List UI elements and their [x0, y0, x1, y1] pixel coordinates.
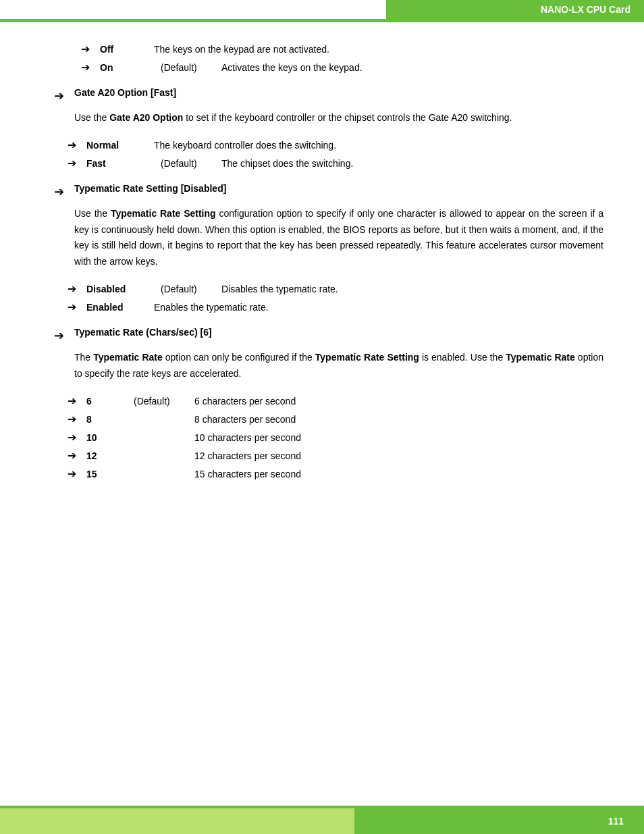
- chars-body-text-the: The: [74, 352, 93, 363]
- footer: 111: [0, 808, 644, 834]
- fast-arrow-icon: ➔: [68, 157, 86, 170]
- typematic-rate-setting-title: Typematic Rate Setting [Disabled]: [74, 183, 226, 194]
- on-item-row: ➔ On (Default) Activates the keys on the…: [81, 61, 603, 74]
- enabled-arrow-icon: ➔: [68, 301, 86, 313]
- disabled-item-desc: Disables the typematic rate.: [221, 284, 338, 294]
- chars-body-bold1: Typematic Rate: [93, 352, 163, 363]
- gate-a20-title-row: ➔ Gate A20 Option [Fast]: [54, 87, 603, 103]
- chars-8-arrow-icon: ➔: [68, 413, 86, 425]
- chars-12-desc: 12 characters per second: [194, 450, 301, 461]
- chars-10-desc: 10 characters per second: [194, 432, 301, 443]
- typematic-setting-arrow-icon: ➔: [54, 184, 74, 199]
- chars-6-default: (Default): [134, 396, 188, 407]
- chars-body-bold3: Typematic Rate: [506, 352, 575, 363]
- gate-a20-body-intro: Use the: [74, 112, 109, 123]
- chars-8-row: ➔ 8 8 characters per second: [68, 413, 603, 425]
- off-on-block: ➔ Off The keys on the keypad are not act…: [68, 43, 603, 74]
- gate-a20-title: Gate A20 Option [Fast]: [74, 87, 176, 98]
- fast-item-default: (Default): [161, 158, 215, 169]
- enabled-item-name: Enabled: [86, 302, 154, 313]
- chars-body-text1: option can only be configured if the: [163, 352, 315, 363]
- off-item-name: Off: [100, 44, 154, 55]
- chars-15-row: ➔ 15 15 characters per second: [68, 467, 603, 480]
- chars-10-arrow-icon: ➔: [68, 431, 86, 444]
- gate-a20-body-bold: Gate A20 Option: [109, 112, 183, 123]
- typematic-body-bold: Typematic Rate Setting: [111, 208, 216, 219]
- main-content: ➔ Off The keys on the keypad are not act…: [0, 22, 644, 799]
- chars-10-name: 10: [86, 432, 127, 443]
- chars-6-desc: 6 characters per second: [194, 396, 296, 407]
- typematic-rate-chars-section: ➔ Typematic Rate (Chars/sec) [6] The Typ…: [54, 327, 603, 480]
- chars-15-desc: 15 characters per second: [194, 469, 301, 479]
- chars-6-row: ➔ 6 (Default) 6 characters per second: [68, 394, 603, 407]
- footer-container: 111: [0, 806, 644, 834]
- typematic-chars-arrow-icon: ➔: [54, 328, 74, 343]
- chars-6-arrow-icon: ➔: [68, 394, 86, 407]
- typematic-rate-setting-section: ➔ Typematic Rate Setting [Disabled] Use …: [54, 183, 603, 313]
- normal-item-desc: The keyboard controller does the switchi…: [154, 140, 336, 151]
- chars-12-name: 12: [86, 450, 127, 461]
- typematic-body-text1: Use the: [74, 208, 111, 219]
- chars-10-row: ➔ 10 10 characters per second: [68, 431, 603, 444]
- header-title: NANO-LX CPU Card: [541, 4, 630, 15]
- normal-arrow-icon: ➔: [68, 138, 86, 151]
- fast-item-desc: The chipset does the switching.: [221, 158, 353, 169]
- disabled-item-default: (Default): [161, 284, 215, 294]
- typematic-rate-chars-items: ➔ 6 (Default) 6 characters per second ➔ …: [54, 394, 603, 480]
- gate-normal-row: ➔ Normal The keyboard controller does th…: [68, 138, 603, 151]
- chars-8-desc: 8 characters per second: [194, 414, 296, 425]
- on-arrow-icon: ➔: [81, 61, 100, 74]
- typematic-rate-chars-body: The Typematic Rate option can only be co…: [74, 350, 603, 382]
- chars-12-arrow-icon: ➔: [68, 449, 86, 462]
- enabled-item-desc: Enables the typematic rate.: [154, 302, 269, 313]
- gate-a20-body: Use the Gate A20 Option to set if the ke…: [74, 110, 603, 126]
- gate-a20-section: ➔ Gate A20 Option [Fast] Use the Gate A2…: [54, 87, 603, 170]
- normal-item-name: Normal: [86, 140, 154, 151]
- chars-12-row: ➔ 12 12 characters per second: [68, 449, 603, 462]
- off-item-desc: The keys on the keypad are not activated…: [154, 44, 329, 55]
- chars-body-bold2: Typematic Rate Setting: [315, 352, 419, 363]
- disabled-row: ➔ Disabled (Default) Disables the typema…: [68, 282, 603, 295]
- typematic-rate-setting-body: Use the Typematic Rate Setting configura…: [74, 206, 603, 270]
- disabled-item-name: Disabled: [86, 284, 154, 294]
- gate-a20-arrow-icon: ➔: [54, 88, 74, 103]
- chars-15-name: 15: [86, 469, 127, 479]
- typematic-rate-chars-title: Typematic Rate (Chars/sec) [6]: [74, 327, 212, 338]
- chars-6-name: 6: [86, 396, 127, 407]
- on-item-desc: Activates the keys on the keypad.: [221, 62, 363, 73]
- on-item-name: On: [100, 62, 154, 73]
- off-item-row: ➔ Off The keys on the keypad are not act…: [81, 43, 603, 55]
- gate-a20-items: ➔ Normal The keyboard controller does th…: [54, 138, 603, 170]
- off-arrow-icon: ➔: [81, 43, 100, 55]
- chars-body-text2: is enabled. Use the: [419, 352, 506, 363]
- header: NANO-LX CPU Card: [0, 0, 644, 19]
- typematic-rate-setting-title-row: ➔ Typematic Rate Setting [Disabled]: [54, 183, 603, 199]
- chars-8-name: 8: [86, 414, 127, 425]
- gate-a20-body-text: to set if the keyboard controller or the…: [183, 112, 512, 123]
- page-number: 111: [608, 816, 624, 827]
- typematic-rate-chars-title-row: ➔ Typematic Rate (Chars/sec) [6]: [54, 327, 603, 343]
- chars-15-arrow-icon: ➔: [68, 467, 86, 480]
- gate-fast-row: ➔ Fast (Default) The chipset does the sw…: [68, 157, 603, 170]
- disabled-arrow-icon: ➔: [68, 282, 86, 295]
- typematic-rate-setting-items: ➔ Disabled (Default) Disables the typema…: [54, 282, 603, 313]
- fast-item-name: Fast: [86, 158, 154, 169]
- on-item-default: (Default): [161, 62, 215, 73]
- enabled-row: ➔ Enabled Enables the typematic rate.: [68, 301, 603, 313]
